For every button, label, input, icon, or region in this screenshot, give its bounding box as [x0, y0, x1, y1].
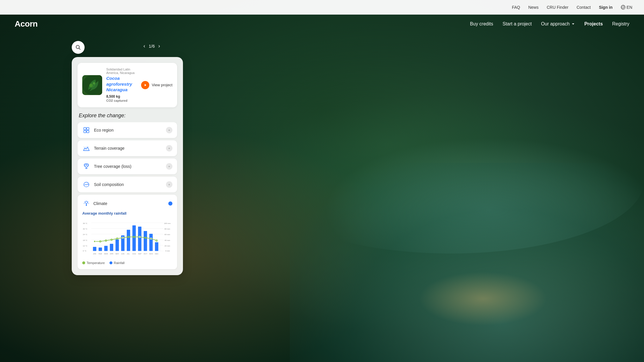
svg-point-21 — [86, 205, 87, 206]
terrain-coverage-icon — [82, 144, 90, 152]
tree-coverage-toggle[interactable]: + — [166, 163, 172, 170]
nav-buy-credits[interactable]: Buy credits — [470, 21, 493, 27]
svg-text:NOV: NOV — [149, 253, 153, 254]
svg-text:20 mm: 20 mm — [165, 244, 170, 246]
nav-registry[interactable]: Registry — [612, 21, 629, 27]
svg-point-20 — [85, 201, 88, 204]
svg-text:MAR: MAR — [104, 253, 108, 254]
nav-start-project[interactable]: Start a project — [503, 21, 532, 27]
nav-projects[interactable]: Projects — [584, 21, 603, 27]
project-stats: 8,500 kg CO2 captured — [106, 94, 137, 103]
search-button[interactable] — [72, 41, 85, 54]
svg-text:24 °C: 24 °C — [83, 233, 88, 235]
view-project-icon — [141, 81, 149, 89]
svg-text:6 °C: 6 °C — [83, 250, 87, 252]
topbar-news[interactable]: News — [528, 5, 539, 10]
topbar: FAQ News CRU Finder Contact Sign in EN — [0, 0, 644, 15]
project-image — [82, 75, 102, 95]
svg-rect-47 — [132, 225, 136, 251]
terrain-coverage-label: Terrain coverage — [94, 146, 162, 151]
accordion-tree-coverage[interactable]: Tree coverage (loss) + — [78, 158, 177, 174]
prev-page-button[interactable]: ‹ — [143, 43, 145, 49]
tree-coverage-label: Tree coverage (loss) — [94, 164, 162, 169]
svg-text:JUL: JUL — [127, 253, 130, 254]
topbar-faq[interactable]: FAQ — [512, 5, 520, 10]
svg-rect-8 — [84, 127, 86, 130]
svg-point-6 — [89, 84, 93, 87]
svg-text:AUG: AUG — [132, 253, 136, 254]
svg-rect-50 — [149, 234, 153, 251]
eco-region-icon — [82, 126, 90, 134]
svg-text:18 °C: 18 °C — [83, 239, 88, 241]
eco-region-toggle[interactable]: + — [166, 127, 172, 133]
topbar-language[interactable]: EN — [621, 5, 632, 10]
svg-text:12 °C: 12 °C — [83, 244, 88, 246]
soil-composition-label: Soil composition — [94, 182, 162, 187]
svg-rect-49 — [144, 231, 147, 251]
svg-rect-9 — [87, 127, 89, 130]
svg-point-62 — [150, 238, 152, 239]
nav-links: Buy credits Start a project Our approach… — [470, 21, 629, 27]
svg-text:FEB: FEB — [99, 253, 102, 254]
temp-legend-dot — [82, 261, 85, 264]
climate-header: Climate — [82, 199, 172, 208]
legend-temperature: Temperature — [82, 261, 105, 265]
project-info: Solidaridad Latin America, Nicaragua Coc… — [106, 68, 137, 103]
svg-text:OCT: OCT — [144, 253, 148, 254]
tree-coverage-icon — [82, 162, 90, 170]
search-icon — [76, 45, 81, 50]
project-card: Solidaridad Latin America, Nicaragua Coc… — [78, 63, 177, 107]
soil-composition-toggle[interactable]: + — [166, 181, 172, 188]
rain-legend-label: Rainfall — [114, 261, 125, 265]
svg-text:SEP: SEP — [138, 253, 142, 254]
svg-rect-40 — [93, 247, 97, 251]
svg-text:MAY: MAY — [116, 253, 119, 254]
svg-text:APR: APR — [110, 253, 113, 254]
view-project-label: View project — [152, 83, 172, 87]
climate-active-dot — [168, 201, 172, 206]
accordion-soil-composition[interactable]: Soil composition + — [78, 177, 177, 192]
svg-text:DEC: DEC — [155, 253, 158, 254]
terrain-coverage-toggle[interactable]: + — [166, 145, 172, 151]
climate-label: Climate — [93, 201, 165, 206]
accordion-terrain-coverage[interactable]: Terrain coverage + — [78, 140, 177, 156]
brand-logo[interactable]: Acorn — [15, 19, 37, 29]
svg-text:36 °C: 36 °C — [83, 222, 88, 224]
next-page-button[interactable]: › — [158, 43, 160, 49]
svg-text:80 mm: 80 mm — [165, 228, 170, 230]
language-label: EN — [627, 5, 632, 10]
svg-text:0 mm: 0 mm — [165, 250, 170, 252]
svg-text:40 mm: 40 mm — [165, 239, 170, 241]
accordion-climate: Climate Average monthly rainfall 36 °C 3… — [78, 195, 177, 269]
view-project-button[interactable]: View project — [141, 81, 172, 89]
svg-rect-11 — [87, 130, 89, 133]
svg-rect-42 — [104, 246, 108, 251]
svg-text:30 °C: 30 °C — [83, 228, 88, 230]
map-sand — [419, 272, 547, 326]
rain-legend-dot — [109, 261, 112, 264]
svg-rect-43 — [110, 244, 113, 251]
legend-rainfall: Rainfall — [109, 261, 125, 265]
chart-legend: Temperature Rainfall — [82, 261, 172, 265]
svg-rect-41 — [99, 247, 102, 251]
svg-rect-44 — [116, 239, 119, 251]
explore-title: Explore the change: — [78, 113, 177, 119]
topbar-contact[interactable]: Contact — [577, 5, 591, 10]
topbar-signin[interactable]: Sign in — [599, 5, 613, 10]
svg-point-7 — [93, 82, 95, 85]
climate-chart: 36 °C 30 °C 24 °C 18 °C 12 °C 6 °C 100 m… — [82, 218, 172, 259]
chart-svg: 36 °C 30 °C 24 °C 18 °C 12 °C 6 °C 100 m… — [82, 218, 172, 259]
svg-text:JAN: JAN — [93, 253, 96, 254]
chart-title: Average monthly rainfall — [82, 211, 172, 216]
project-org: Solidaridad Latin America, Nicaragua — [106, 68, 137, 75]
svg-line-4 — [79, 48, 80, 50]
nav-our-approach[interactable]: Our approach — [541, 21, 575, 27]
accordion-eco-region[interactable]: Eco region + — [78, 122, 177, 138]
svg-rect-46 — [127, 230, 130, 251]
map-water — [290, 163, 644, 362]
svg-point-52 — [94, 240, 95, 242]
svg-rect-51 — [155, 242, 158, 251]
topbar-cru-finder[interactable]: CRU Finder — [547, 5, 568, 10]
svg-rect-48 — [138, 227, 142, 251]
main-panel: Solidaridad Latin America, Nicaragua Coc… — [72, 57, 183, 275]
